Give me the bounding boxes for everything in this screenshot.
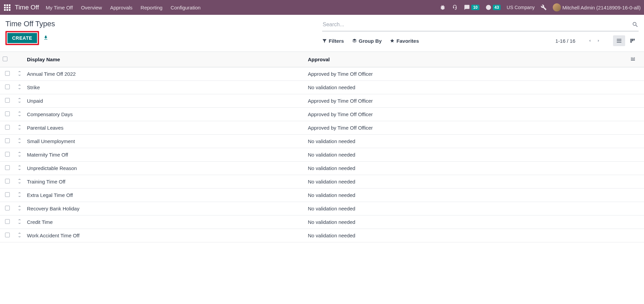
menu-approvals[interactable]: Approvals bbox=[110, 5, 133, 10]
header-display-name[interactable]: Display Name bbox=[24, 52, 305, 67]
drag-handle-icon[interactable] bbox=[18, 179, 21, 184]
groupby-label: Group By bbox=[359, 38, 382, 44]
row-checkbox[interactable] bbox=[5, 233, 10, 237]
support-icon[interactable] bbox=[452, 4, 458, 10]
cell-display-name: Training Time Off bbox=[24, 175, 305, 189]
cell-approval: No validation needed bbox=[305, 135, 628, 148]
cell-display-name: Compensatory Days bbox=[24, 108, 305, 121]
table-row[interactable]: Recovery Bank HolidayNo validation neede… bbox=[0, 202, 644, 215]
messages-tray[interactable]: 10 bbox=[464, 4, 479, 10]
table-row[interactable]: Maternity Time OffNo validation needed bbox=[0, 148, 644, 162]
drag-handle-icon[interactable] bbox=[18, 165, 21, 171]
pager-next-icon[interactable] bbox=[596, 38, 601, 43]
drag-handle-icon[interactable] bbox=[18, 85, 21, 90]
table-row[interactable]: Unpredictable ReasonNo validation needed bbox=[0, 162, 644, 175]
user-menu[interactable]: Mitchell Admin (21418909-16-0-all) bbox=[553, 3, 641, 11]
row-checkbox[interactable] bbox=[5, 219, 10, 224]
menu-configuration[interactable]: Configuration bbox=[171, 5, 201, 10]
create-button[interactable]: CREATE bbox=[7, 33, 37, 43]
row-checkbox[interactable] bbox=[5, 138, 10, 143]
row-checkbox[interactable] bbox=[5, 152, 10, 157]
row-checkbox[interactable] bbox=[5, 192, 10, 197]
menu-my-time-off[interactable]: My Time Off bbox=[46, 5, 73, 10]
table-row[interactable]: Compensatory DaysApproved by Time Off Of… bbox=[0, 108, 644, 121]
row-checkbox[interactable] bbox=[5, 179, 10, 183]
debug-icon[interactable] bbox=[440, 4, 446, 10]
drag-handle-icon[interactable] bbox=[18, 125, 21, 131]
cell-display-name: Small Unemployment bbox=[24, 135, 305, 148]
svg-rect-4 bbox=[631, 60, 635, 61]
cell-display-name: Parental Leaves bbox=[24, 121, 305, 135]
drag-handle-icon[interactable] bbox=[18, 111, 21, 117]
drag-handle-icon[interactable] bbox=[18, 138, 21, 144]
row-checkbox[interactable] bbox=[5, 98, 10, 103]
table-row[interactable]: Parental LeavesApproved by Time Off Offi… bbox=[0, 121, 644, 135]
table-row[interactable]: Credit TimeNo validation needed bbox=[0, 215, 644, 229]
svg-point-0 bbox=[631, 57, 632, 58]
drag-handle-icon[interactable] bbox=[18, 71, 21, 77]
cell-display-name: Credit Time bbox=[24, 215, 305, 229]
search-input[interactable] bbox=[322, 20, 632, 29]
cell-display-name: Maternity Time Off bbox=[24, 148, 305, 162]
optional-columns-icon[interactable] bbox=[630, 57, 636, 63]
list-view-button[interactable] bbox=[613, 35, 625, 46]
header-approval[interactable]: Approval bbox=[305, 52, 628, 67]
cell-approval: No validation needed bbox=[305, 81, 628, 94]
row-checkbox[interactable] bbox=[5, 85, 10, 89]
row-checkbox[interactable] bbox=[5, 206, 10, 210]
cell-approval: No validation needed bbox=[305, 189, 628, 202]
search-bar bbox=[322, 19, 639, 31]
groupby-button[interactable]: Group By bbox=[352, 38, 382, 44]
table-row[interactable]: Small UnemploymentNo validation needed bbox=[0, 135, 644, 148]
cell-approval: No validation needed bbox=[305, 215, 628, 229]
activities-tray[interactable]: 43 bbox=[485, 4, 501, 10]
pager[interactable]: 1-16 / 16 bbox=[555, 38, 575, 44]
row-checkbox[interactable] bbox=[5, 165, 10, 170]
kanban-view-button[interactable] bbox=[626, 35, 639, 46]
cell-approval: Approved by Time Off Officer bbox=[305, 94, 628, 108]
drag-handle-icon[interactable] bbox=[18, 192, 21, 198]
filters-label: Filters bbox=[329, 38, 344, 44]
drag-handle-icon[interactable] bbox=[18, 152, 21, 158]
table-row[interactable]: UnpaidApproved by Time Off Officer bbox=[0, 94, 644, 108]
row-checkbox[interactable] bbox=[5, 111, 10, 116]
cell-approval: No validation needed bbox=[305, 162, 628, 175]
drag-handle-icon[interactable] bbox=[18, 219, 21, 225]
search-toolbar: Filters Group By Favorites 1-16 / 16 bbox=[322, 33, 639, 52]
debug-tools-icon[interactable] bbox=[541, 4, 547, 10]
control-panel: Time Off Types CREATE Filters Group By bbox=[0, 15, 644, 52]
row-checkbox[interactable] bbox=[5, 71, 10, 76]
table-row[interactable]: StrikeNo validation needed bbox=[0, 81, 644, 94]
cell-display-name: Work Accident Time Off bbox=[24, 229, 305, 242]
row-checkbox[interactable] bbox=[5, 125, 10, 130]
apps-icon[interactable] bbox=[3, 4, 11, 11]
search-icon[interactable] bbox=[632, 21, 639, 28]
cell-approval: No validation needed bbox=[305, 229, 628, 242]
main-navbar: Time Off My Time Off Overview Approvals … bbox=[0, 0, 644, 15]
svg-point-2 bbox=[634, 57, 635, 58]
cell-approval: No validation needed bbox=[305, 202, 628, 215]
app-brand[interactable]: Time Off bbox=[15, 4, 39, 11]
table-row[interactable]: Training Time OffNo validation needed bbox=[0, 175, 644, 189]
export-icon[interactable] bbox=[43, 35, 48, 41]
select-all-checkbox[interactable] bbox=[3, 57, 7, 61]
company-switcher[interactable]: US Company bbox=[507, 5, 535, 10]
cell-approval: Approved by Time Off Officer bbox=[305, 121, 628, 135]
drag-handle-icon[interactable] bbox=[18, 206, 21, 211]
pager-prev-icon[interactable] bbox=[587, 38, 592, 43]
user-label: Mitchell Admin (21418909-16-0-all) bbox=[562, 5, 641, 10]
table-row[interactable]: Work Accident Time OffNo validation need… bbox=[0, 229, 644, 242]
menu-reporting[interactable]: Reporting bbox=[141, 5, 163, 10]
drag-handle-icon[interactable] bbox=[18, 98, 21, 104]
favorites-label: Favorites bbox=[397, 38, 419, 44]
menu-overview[interactable]: Overview bbox=[81, 5, 102, 10]
table-row[interactable]: Annual Time Off 2022Approved by Time Off… bbox=[0, 67, 644, 81]
list-view: Display Name Approval Annual Time Off 20… bbox=[0, 52, 644, 304]
cell-display-name: Annual Time Off 2022 bbox=[24, 67, 305, 81]
drag-handle-icon[interactable] bbox=[18, 233, 21, 238]
table-row[interactable]: Extra Legal Time OffNo validation needed bbox=[0, 189, 644, 202]
systray: 10 43 US Company Mitchell Admin (2141890… bbox=[440, 3, 641, 11]
favorites-button[interactable]: Favorites bbox=[390, 38, 419, 44]
filters-button[interactable]: Filters bbox=[322, 38, 344, 44]
cell-approval: Approved by Time Off Officer bbox=[305, 108, 628, 121]
